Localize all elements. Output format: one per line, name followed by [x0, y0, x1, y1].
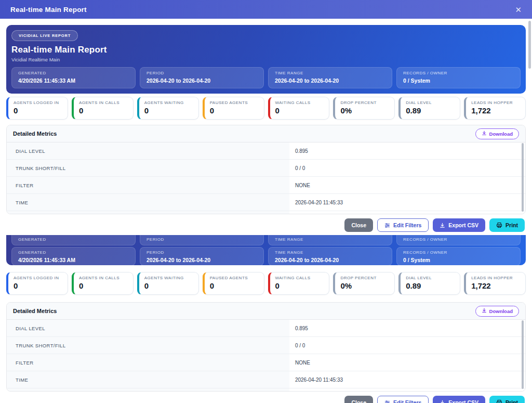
close-label: Close — [351, 222, 366, 228]
row-value: 2026-04-20 11:45:33 — [289, 371, 525, 388]
download-icon — [440, 400, 445, 403]
row-value: 0 / 0 — [289, 160, 525, 176]
report-section-1: VICIDIAL LIVE REPORT Real-time Main Repo… — [0, 25, 532, 232]
table-row-partial — [7, 388, 525, 391]
export-csv-label: Export CSV — [448, 222, 478, 228]
edit-filters-label: Edit Filters — [393, 399, 421, 403]
stat-card-drop-percent: DROP PERCENT 0% — [333, 272, 395, 295]
info-box-period: PERIOD 2026-04-20 to 2026-04-20 — [140, 67, 264, 88]
info-box-time-range: TIME RANGE 2026-04-20 to 2026-04-20 — [268, 247, 392, 265]
report-hero: VICIDIAL LIVE REPORT Real-time Main Repo… — [6, 25, 526, 94]
stat-card-dial-level: DIAL LEVEL 0.89 — [398, 272, 460, 295]
export-csv-button[interactable]: Export CSV — [433, 396, 485, 403]
edit-filters-button[interactable]: Edit Filters — [377, 218, 429, 232]
row-value: 0.895 — [289, 320, 525, 336]
info-label: RECORDS / OWNER — [403, 250, 514, 255]
stat-value: 0 — [14, 281, 62, 290]
table-scrollbar[interactable] — [522, 143, 524, 212]
info-label: GENERATED — [18, 237, 46, 242]
stat-label: AGENTS IN CALLS — [79, 276, 128, 280]
stat-value: 0 — [275, 106, 324, 115]
stat-card-agents-logged-in: AGENTS LOGGED IN 0 — [6, 97, 68, 120]
download-icon — [482, 131, 487, 137]
stat-label: WAITING CALLS — [275, 276, 324, 280]
stat-label: AGENTS WAITING — [144, 276, 193, 280]
stat-value: 0 — [275, 281, 324, 290]
stat-label: DIAL LEVEL — [406, 276, 455, 280]
print-button[interactable]: Print — [489, 218, 525, 232]
row-label: TIME — [7, 371, 289, 388]
stat-card-paused-agents: PAUSED AGENTS 0 — [203, 97, 264, 120]
export-csv-label: Export CSV — [448, 399, 478, 403]
info-value: 2026-04-20 to 2026-04-20 — [275, 77, 385, 84]
table-row: TRUNK SHORT/FILL 0 / 0 — [7, 160, 525, 177]
stat-value: 0 — [79, 106, 128, 115]
stat-value: 0 — [210, 281, 259, 290]
stat-card-agents-waiting: AGENTS WAITING 0 — [137, 97, 199, 120]
close-icon[interactable]: ✕ — [513, 5, 524, 15]
download-button[interactable]: Download — [475, 306, 519, 317]
info-box-records-owner: RECORDS / OWNER — [396, 235, 521, 245]
detailed-metrics-header: Detailed Metrics Download — [7, 303, 525, 320]
row-value: NONE — [289, 354, 525, 371]
info-label: TIME RANGE — [275, 237, 303, 242]
info-value: 4/20/2026 11:45:33 AM — [18, 257, 129, 263]
stat-card-leads-in-hopper: LEADS IN HOPPER 1,722 — [464, 272, 526, 295]
stat-label: AGENTS WAITING — [144, 100, 193, 105]
stat-label: PAUSED AGENTS — [210, 276, 259, 280]
close-button[interactable]: Close — [344, 396, 373, 403]
stat-label: DROP PERCENT — [340, 276, 389, 280]
stat-value: 0.89 — [406, 106, 455, 115]
stat-label: AGENTS LOGGED IN — [14, 276, 62, 280]
stat-label: WAITING CALLS — [275, 100, 324, 105]
detailed-metrics-title: Detailed Metrics — [13, 131, 57, 137]
edit-filters-label: Edit Filters — [393, 222, 421, 228]
info-box-time-range: TIME RANGE — [268, 235, 392, 245]
row-label: DIAL LEVEL — [7, 320, 289, 336]
stat-label: AGENTS IN CALLS — [79, 100, 128, 105]
info-box-generated: GENERATED — [11, 235, 136, 245]
stat-card-agents-in-calls: AGENTS IN CALLS 0 — [72, 272, 134, 295]
info-label: PERIOD — [147, 250, 257, 255]
report-info-grid-clipped-row: GENERATED PERIOD TIME RANGE RECORDS / OW… — [11, 235, 521, 245]
stat-card-agents-logged-in: AGENTS LOGGED IN 0 — [6, 272, 68, 295]
info-label: RECORDS / OWNER — [403, 71, 514, 75]
row-value: 0 / 0 — [289, 337, 525, 354]
info-box-records-owner: RECORDS / OWNER 0 / System — [396, 247, 521, 265]
printer-icon — [496, 399, 502, 403]
stat-card-drop-percent: DROP PERCENT 0% — [333, 97, 395, 120]
stat-value: 1,722 — [471, 281, 520, 290]
live-report-badge: VICIDIAL LIVE REPORT — [11, 30, 78, 41]
page-scrollbar[interactable] — [528, 21, 531, 69]
export-csv-button[interactable]: Export CSV — [433, 218, 485, 232]
stat-value: 0 — [210, 106, 259, 115]
report-section-2: GENERATED PERIOD TIME RANGE RECORDS / OW… — [0, 235, 532, 403]
stat-value: 0 — [144, 281, 193, 290]
stat-value: 0% — [340, 281, 389, 290]
close-button[interactable]: Close — [344, 218, 373, 232]
modal-title: Real-time Main Report — [10, 6, 87, 14]
info-value: 0 / System — [403, 77, 514, 84]
stat-label: PAUSED AGENTS — [210, 100, 259, 105]
row-label: TRUNK SHORT/FILL — [7, 337, 289, 354]
stat-card-waiting-calls: WAITING CALLS 0 — [268, 97, 330, 120]
detailed-metrics-card: Detailed Metrics Download DIAL LEVEL 0.8… — [6, 302, 526, 392]
print-label: Print — [506, 399, 518, 403]
stat-card-dial-level: DIAL LEVEL 0.89 — [398, 97, 460, 120]
filter-sliders-icon — [384, 223, 390, 228]
edit-filters-button[interactable]: Edit Filters — [377, 396, 429, 403]
info-label: TIME RANGE — [275, 71, 385, 75]
stat-cards-row: AGENTS LOGGED IN 0 AGENTS IN CALLS 0 AGE… — [6, 272, 526, 295]
info-label: PERIOD — [147, 237, 164, 242]
table-row: FILTER NONE — [7, 354, 525, 371]
report-hero-clipped: GENERATED PERIOD TIME RANGE RECORDS / OW… — [6, 235, 526, 265]
download-button[interactable]: Download — [475, 128, 519, 139]
info-box-generated: GENERATED 4/20/2026 11:45:33 AM — [11, 247, 136, 265]
info-value: 2026-04-20 to 2026-04-20 — [147, 77, 257, 84]
info-label: GENERATED — [18, 250, 129, 255]
table-scrollbar[interactable] — [522, 320, 524, 389]
stat-cards-row: AGENTS LOGGED IN 0 AGENTS IN CALLS 0 AGE… — [6, 97, 526, 120]
footer-actions: Close Edit Filters Export CSV Print — [6, 218, 525, 232]
info-box-generated: GENERATED 4/20/2026 11:45:33 AM — [11, 67, 136, 88]
print-button[interactable]: Print — [489, 396, 525, 403]
